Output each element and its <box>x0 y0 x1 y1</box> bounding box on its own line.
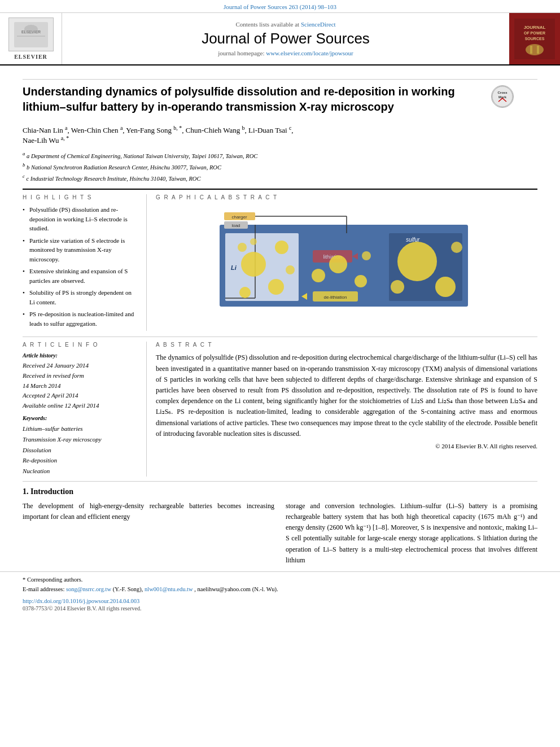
doi-link-area: http://dx.doi.org/10.1016/j.jpowsour.201… <box>23 598 537 604</box>
header-divider <box>23 79 537 80</box>
accepted-date: Accepted 2 April 2014 <box>23 391 137 401</box>
highlight-item: Extensive shrinking and expansion of S p… <box>23 267 137 285</box>
svg-point-8 <box>526 44 544 55</box>
affiliation-a: a a Department of Chemical Engineering, … <box>23 150 537 160</box>
svg-text:Cross: Cross <box>497 91 508 94</box>
svg-point-3 <box>24 25 38 34</box>
email2-person: , naelihwu@yahoo.com (N.-l. Wu). <box>194 586 278 592</box>
article-history-heading: Article history: <box>23 352 137 359</box>
available-date: Available online 12 April 2014 <box>23 401 137 411</box>
svg-point-42 <box>435 277 456 297</box>
introduction-section: 1. Introduction The development of high-… <box>0 487 560 566</box>
article-info-col: A R T I C L E I N F O Article history: R… <box>23 342 147 476</box>
section-divider-3 <box>23 481 537 482</box>
svg-text:OF POWER: OF POWER <box>524 31 545 35</box>
graphical-abstract-image: charger load <box>156 205 537 318</box>
abstract-col: A B S T R A C T The dynamics of polysulf… <box>147 342 537 476</box>
svg-point-30 <box>286 265 295 274</box>
svg-text:sulfur: sulfur <box>406 237 420 243</box>
elsevier-name: ELSEVIER <box>14 54 47 60</box>
highlights-col: H I G H L I G H T S Polysulfide (PS) dis… <box>23 194 147 331</box>
svg-point-29 <box>238 243 247 252</box>
keyword-3: Dissolution <box>23 445 137 456</box>
affiliations: a a Department of Chemical Engineering, … <box>23 150 537 184</box>
journal-title-area: Contents lists available at ScienceDirec… <box>62 13 509 64</box>
highlights-label: H I G H L I G H T S <box>23 194 137 200</box>
svg-point-44 <box>451 242 462 253</box>
svg-text:charger: charger <box>231 215 247 220</box>
intro-left-text: The development of high-energy-density r… <box>23 501 274 566</box>
svg-point-31 <box>250 238 257 245</box>
article-info-label: A R T I C L E I N F O <box>23 342 137 348</box>
journal-logo-area: JOURNAL OF POWER SOURCES <box>509 13 560 64</box>
elsevier-logo-image: ELSEVIER <box>8 18 54 51</box>
revised-label: Received in revised form <box>23 371 137 381</box>
article-title: Understanding dynamics of polysulfide di… <box>23 84 485 115</box>
intro-text-cols: The development of high-energy-density r… <box>23 501 537 566</box>
svg-point-40 <box>362 251 371 260</box>
top-bar: Journal of Power Sources 263 (2014) 98–1… <box>0 0 560 13</box>
section-divider-2 <box>23 337 537 337</box>
highlight-item: Polysulfide (PS) dissolution and re-depo… <box>23 205 137 233</box>
svg-text:Li: Li <box>231 264 237 271</box>
svg-point-39 <box>355 275 367 287</box>
email2-link[interactable]: nlw001@ntu.edu.tw <box>145 586 193 592</box>
highlight-item: PS re-deposition is nucleation-limited a… <box>23 309 137 328</box>
intro-title-text: Introduction <box>30 487 73 496</box>
intro-number: 1. <box>23 487 29 496</box>
svg-text:JOURNAL: JOURNAL <box>524 25 546 30</box>
crossmark-icon: Cross Mark <box>491 85 514 108</box>
abstract-text: The dynamics of polysulfide (PS) dissolu… <box>156 352 537 439</box>
revised-date: 14 March 2014 <box>23 381 137 391</box>
highlight-item: Particle size variation of S electrode i… <box>23 236 137 264</box>
elsevier-logo-area: ELSEVIER ELSEVIER <box>0 13 62 64</box>
doi-link[interactable]: http://dx.doi.org/10.1016/j.jpowsour.201… <box>23 598 139 604</box>
article-info-abstract-row: A R T I C L E I N F O Article history: R… <box>23 342 537 476</box>
received-date: Received 24 January 2014 <box>23 361 137 371</box>
intro-right-text: storage and conversion technologies. Lit… <box>286 501 537 566</box>
svg-text:load: load <box>231 223 240 228</box>
affiliation-c: c c Industrial Technology Research Insti… <box>23 173 537 183</box>
article-dates: Received 24 January 2014 Received in rev… <box>23 361 137 410</box>
keywords-heading: Keywords: <box>23 415 137 421</box>
homepage-url[interactable]: www.elsevier.com/locate/jpowsour <box>266 50 353 56</box>
highlights-list: Polysulfide (PS) dissolution and re-depo… <box>23 205 137 328</box>
journal-header: ELSEVIER ELSEVIER Contents lists availab… <box>0 13 560 65</box>
intro-heading: 1. Introduction <box>23 487 537 496</box>
journal-reference: Journal of Power Sources 263 (2014) 98–1… <box>224 3 336 10</box>
graphical-abstract-col: G R A P H I C A L A B S T R A C T charge… <box>147 194 537 331</box>
svg-text:SOURCES: SOURCES <box>525 37 545 41</box>
affiliation-b: b b National Synchrotron Radiation Resea… <box>23 161 537 172</box>
svg-point-28 <box>275 241 288 254</box>
svg-rect-9 <box>530 46 532 54</box>
email1-person: (Y.-F. Song), <box>113 586 143 592</box>
section-divider-1 <box>23 189 537 190</box>
email1-link[interactable]: song@nsrrc.org.tw <box>66 586 111 592</box>
crossmark-badge: Cross Mark <box>491 85 517 111</box>
keywords-list: Lithium–sulfur batteries Transmission X-… <box>23 423 137 476</box>
graphical-abstract-label: G R A P H I C A L A B S T R A C T <box>156 194 537 200</box>
svg-point-25 <box>241 252 266 277</box>
copyright-text: © 2014 Elsevier B.V. All rights reserved… <box>156 443 537 449</box>
journal-logo-image: JOURNAL OF POWER SOURCES <box>514 18 556 60</box>
journal-homepage: journal homepage: www.elsevier.com/locat… <box>218 50 353 56</box>
svg-point-37 <box>312 269 325 282</box>
intro-left-paragraph: The development of high-energy-density r… <box>23 501 274 522</box>
keyword-4: Re-deposition <box>23 455 137 466</box>
authors-line: Chia-Nan Lin a, Wen-Chin Chen a, Yen-Fan… <box>23 125 537 146</box>
keyword-5: Nucleation <box>23 466 137 477</box>
issn-text: 0378-7753/© 2014 Elsevier B.V. All right… <box>23 605 537 611</box>
science-direct-link[interactable]: ScienceDirect <box>301 21 336 28</box>
svg-point-43 <box>391 280 404 294</box>
svg-point-38 <box>329 255 347 273</box>
journal-title: Journal of Power Sources <box>202 30 370 47</box>
title-area: Understanding dynamics of polysulfide di… <box>23 84 537 120</box>
highlights-graphical-row: H I G H L I G H T S Polysulfide (PS) dis… <box>23 194 537 331</box>
intro-right-paragraph: storage and conversion technologies. Lit… <box>286 501 537 566</box>
email-label: E-mail addresses: <box>23 586 64 592</box>
svg-point-27 <box>239 287 251 298</box>
abstract-paragraph: The dynamics of polysulfide (PS) dissolu… <box>156 352 537 439</box>
svg-text:de-lithiation: de-lithiation <box>324 295 347 300</box>
contents-available: Contents lists available at ScienceDirec… <box>235 21 335 28</box>
highlight-item: Solubility of PS is strongly dependent o… <box>23 288 137 307</box>
